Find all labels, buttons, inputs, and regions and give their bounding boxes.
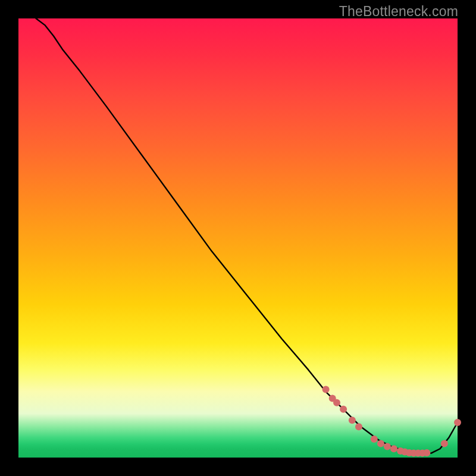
highlighted-points-group [322, 386, 461, 457]
chart-svg [18, 18, 458, 458]
marker-point [377, 440, 384, 447]
marker-point [441, 440, 448, 447]
marker-point [390, 445, 397, 452]
marker-point [371, 436, 378, 443]
marker-point [355, 423, 362, 430]
marker-point [423, 449, 430, 456]
bottleneck-curve [36, 18, 458, 453]
chart-frame: TheBottleneck.com [0, 0, 476, 476]
marker-point [384, 443, 391, 450]
marker-point [349, 416, 356, 424]
watermark-text: TheBottleneck.com [339, 4, 458, 20]
marker-point [333, 399, 340, 406]
marker-point [322, 386, 330, 393]
marker-point [340, 406, 347, 413]
marker-point [454, 419, 461, 426]
